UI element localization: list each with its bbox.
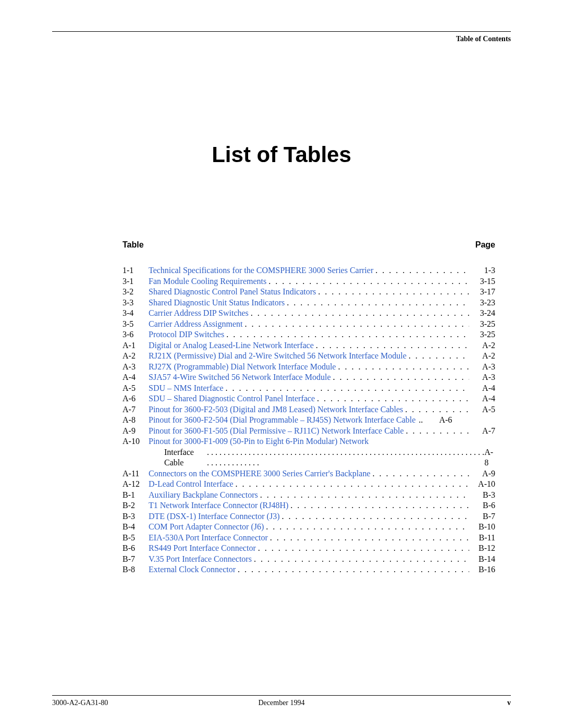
entry-link[interactable]: D-Lead Control Interface (149, 479, 234, 490)
toc-entry: A-10Pinout for 3000-F1-009 (50-Pin to Ei… (123, 436, 495, 447)
entry-number: B-4 (123, 522, 149, 533)
entry-number: A-1 (123, 340, 149, 351)
leader-dots: . . . . . . . . . . . . . . . . . . . . … (314, 340, 469, 351)
footer-right: v (507, 699, 511, 707)
entry-link[interactable]: SJA57 4-Wire Switched 56 Network Interfa… (149, 372, 331, 383)
leader-dots: . . . . . . . . . . . . . . . . . . . . … (373, 265, 469, 276)
entry-link[interactable]: RS449 Port Interface Connector (149, 543, 256, 554)
leader-dots: . . . . . . . . . . . . . . . . . . . . … (268, 533, 469, 544)
entry-number: 1-1 (123, 265, 149, 276)
entry-number: 3-2 (123, 287, 149, 298)
entry-number: 3-5 (123, 319, 149, 330)
entry-link[interactable]: SDU – NMS Interface (149, 383, 224, 394)
leader-dots: . . . . . . . . . . . . . . . . . . . . … (224, 329, 469, 340)
entry-page: B-14 (469, 554, 495, 565)
entry-link[interactable]: V.35 Port Interface Connectors (149, 554, 252, 565)
toc-entry: 3-3Shared Diagnostic Unit Status Indicat… (123, 298, 495, 309)
entry-link[interactable]: Protocol DIP Switches (149, 329, 224, 340)
entry-number: B-5 (123, 533, 149, 544)
entry-number: A-11 (123, 468, 149, 479)
entry-link[interactable]: RJ21X (Permissive) Dial and 2-Wire Switc… (149, 351, 407, 362)
entry-page: B-16 (469, 564, 495, 575)
entry-number: A-4 (123, 372, 149, 383)
toc-entry: A-3RJ27X (Programmable) Dial Network Int… (123, 362, 495, 373)
entry-link[interactable]: EIA-530A Port Interface Connector (149, 533, 268, 544)
leader-dots: . . . . . . . . . . . . . . . . . . . . … (403, 404, 469, 415)
entry-number: A-7 (123, 404, 149, 415)
entry-number: A-9 (123, 426, 149, 437)
entry-link[interactable]: Pinout for 3600-F1-505 (Dial Permissive … (149, 426, 404, 437)
entry-page: B-3 (469, 490, 495, 501)
col-table-label: Table (123, 240, 144, 250)
toc-entry: B-6RS449 Port Interface Connector. . . .… (123, 543, 495, 554)
entry-link[interactable]: External Clock Connector (149, 564, 236, 575)
entry-page: A-10 (469, 479, 495, 490)
entry-link[interactable]: Pinout for 3000-F1-009 (50-Pin to Eight … (149, 436, 369, 447)
toc-entry: B-2T1 Network Interface Connector (RJ48H… (123, 500, 495, 511)
entry-number: A-5 (123, 383, 149, 394)
entry-link[interactable]: SDU – Shared Diagnostic Control Panel In… (149, 393, 315, 404)
entry-number: 3-1 (123, 276, 149, 287)
entry-page: A-2 (469, 351, 495, 362)
toc-entry: 3-1Fan Module Cooling Requirements. . . … (123, 276, 495, 287)
entry-number: A-6 (123, 393, 149, 404)
toc-entry: A-4SJA57 4-Wire Switched 56 Network Inte… (123, 372, 495, 383)
leader-dots: . . . . . . . . . . . . . . . . . . . . … (252, 554, 469, 565)
leader-dots: . . . . . . . . . . . . . . . . . . . . … (279, 511, 469, 522)
entry-link[interactable]: Carrier Address Assignment (149, 319, 242, 330)
entry-link[interactable]: Shared Diagnostic Unit Status Indicators (149, 298, 285, 309)
toc-entry: B-4COM Port Adapter Connector (J6). . . … (123, 522, 495, 533)
toc-container: Table Page 1-1Technical Specifications f… (123, 240, 495, 575)
entry-page: 3-24 (469, 308, 495, 319)
entry-link[interactable]: Fan Module Cooling Requirements (149, 276, 266, 287)
toc-entries: 1-1Technical Specifications for the COMS… (123, 265, 495, 575)
entry-link[interactable]: Connectors on the COMSPHERE 3000 Series … (149, 468, 370, 479)
entry-link[interactable]: Technical Specifications for the COMSPHE… (149, 265, 373, 276)
entry-link[interactable]: COM Port Adapter Connector (J6) (149, 522, 264, 533)
leader-dots: . . . . . . . . . . . . . . . . . . . . … (336, 362, 469, 373)
entry-link[interactable]: T1 Network Interface Connector (RJ48H) (149, 500, 288, 511)
entry-link[interactable]: Interface Cable (164, 447, 207, 468)
toc-entry: 3-5Carrier Address Assignment. . . . . .… (123, 319, 495, 330)
entry-number: B-8 (123, 564, 149, 575)
toc-entry: A-7Pinout for 3600-F2-503 (Digital and J… (123, 404, 495, 415)
toc-entry: A-9Pinout for 3600-F1-505 (Dial Permissi… (123, 426, 495, 437)
toc-entry: B-3DTE (DSX-1) Interface Connector (J3).… (123, 511, 495, 522)
entry-page: A-3 (469, 362, 495, 373)
entry-page: 1-3 (469, 265, 495, 276)
leader-dots: . . . . . . . . . . . . . . . . . . . . … (331, 372, 469, 383)
toc-entry: B-8External Clock Connector. . . . . . .… (123, 564, 495, 575)
leader-dots: .. (415, 415, 426, 426)
toc-entry: A-6SDU – Shared Diagnostic Control Panel… (123, 393, 495, 404)
leader-dots: . . . . . . . . . . . . . . . . . . . . … (316, 287, 469, 298)
entry-page: 3-25 (469, 329, 495, 340)
entry-page: B-7 (469, 511, 495, 522)
entry-page: A-4 (469, 393, 495, 404)
entry-page: B-6 (469, 500, 495, 511)
entry-number: B-2 (123, 500, 149, 511)
entry-link[interactable]: Pinout for 3600-F2-503 (Digital and JM8 … (149, 404, 403, 415)
toc-entry: 1-1Technical Specifications for the COMS… (123, 265, 495, 276)
entry-link[interactable]: Digital or Analog Leased-Line Network In… (149, 340, 314, 351)
entry-number: B-1 (123, 490, 149, 501)
entry-page: 3-17 (469, 287, 495, 298)
entry-number: 3-6 (123, 329, 149, 340)
entry-link[interactable]: Shared Diagnostic Control Panel Status I… (149, 287, 316, 298)
entry-page: A-2 (469, 340, 495, 351)
entry-link[interactable]: Auxiliary Backplane Connectors (149, 490, 258, 501)
leader-dots: . . . . . . . . . . . . . . . . . . . . … (224, 383, 469, 394)
toc-entry: A-1Digital or Analog Leased-Line Network… (123, 340, 495, 351)
entry-link[interactable]: DTE (DSX-1) Interface Connector (J3) (149, 511, 279, 522)
leader-dots: . . . . . . . . . . . . . . . . . . . . … (234, 479, 469, 490)
entry-page: A-5 (469, 404, 495, 415)
toc-entry: A-12D-Lead Control Interface. . . . . . … (123, 479, 495, 490)
leader-dots: . . . . . . . . . . . . . . . . . . . . … (207, 447, 484, 468)
entry-link[interactable]: Carrier Address DIP Switches (149, 308, 249, 319)
toc-entry: A-8Pinout for 3600-F2-504 (Dial Programm… (123, 415, 495, 426)
entry-link[interactable]: Pinout for 3600-F2-504 (Dial Programmabl… (149, 415, 415, 426)
toc-entry: B-1Auxiliary Backplane Connectors. . . .… (123, 490, 495, 501)
page-title: List of Tables (52, 142, 511, 167)
entry-number: 3-4 (123, 308, 149, 319)
entry-number: A-8 (123, 415, 149, 426)
entry-link[interactable]: RJ27X (Programmable) Dial Network Interf… (149, 362, 336, 373)
